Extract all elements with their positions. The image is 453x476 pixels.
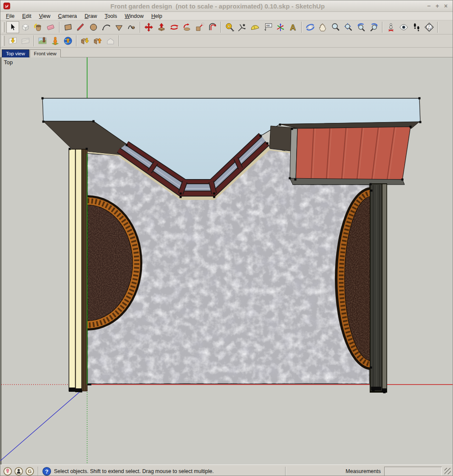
get-models-button[interactable]: [79, 35, 91, 47]
photo-textures-button[interactable]: [36, 35, 49, 47]
previous-button[interactable]: [355, 21, 368, 33]
sketchup-window: Front garden design (not to scale - appr…: [0, 0, 453, 476]
select-icon: [8, 22, 18, 32]
tape-measure-button[interactable]: [223, 21, 236, 33]
circle-icon: [88, 22, 99, 32]
main-toolbar: ABC A: [0, 20, 453, 34]
make-component-button[interactable]: [19, 21, 32, 33]
look-around-button[interactable]: [397, 21, 410, 33]
section-plane-icon: C R-S: [424, 22, 434, 32]
rotate-button[interactable]: [168, 21, 181, 33]
arc-icon: [101, 22, 111, 32]
follow-me-button[interactable]: [181, 21, 193, 33]
window-title: Front garden design (not to scale - appr…: [11, 3, 425, 10]
title-bar[interactable]: Front garden design (not to scale - appr…: [0, 0, 453, 12]
toolbar-separator: [76, 35, 77, 46]
move-button[interactable]: [142, 21, 155, 33]
maximize-button[interactable]: +: [433, 0, 442, 12]
google-earth-icon: [63, 36, 73, 46]
toolbar-separator: [301, 22, 302, 33]
window-resize-grip[interactable]: [445, 468, 451, 474]
next-button[interactable]: [368, 21, 380, 33]
svg-text:A: A: [290, 23, 296, 32]
dimension-icon: [237, 22, 247, 32]
status-separator: [38, 467, 39, 476]
eraser-button[interactable]: [45, 21, 57, 33]
section-plane-button[interactable]: C R-S: [423, 21, 436, 33]
menu-file[interactable]: File: [2, 13, 18, 20]
menu-help[interactable]: Help: [147, 13, 166, 20]
orbit-button[interactable]: [304, 21, 317, 33]
previous-icon: [356, 22, 366, 32]
toolbar-grip[interactable]: [2, 22, 5, 32]
tab-top-view[interactable]: Top view: [2, 49, 29, 57]
fence-right[interactable]: [370, 183, 387, 393]
model-scene[interactable]: [0, 57, 453, 465]
pan-button[interactable]: [317, 21, 329, 33]
axis-origin-marker: [87, 384, 91, 385]
menu-view[interactable]: View: [35, 13, 54, 20]
model-viewport[interactable]: Top: [0, 57, 453, 465]
polygon-button[interactable]: [113, 21, 125, 33]
text-icon: ABC: [263, 22, 273, 32]
menu-window[interactable]: Window: [121, 13, 147, 20]
push-pull-button[interactable]: [155, 21, 168, 33]
google-toolbar: [0, 34, 453, 48]
tab-front-view[interactable]: Front view: [30, 49, 61, 57]
menu-camera[interactable]: Camera: [54, 13, 81, 20]
scale-button[interactable]: [193, 21, 206, 33]
paint-bucket-button[interactable]: [32, 21, 45, 33]
close-button[interactable]: ×: [442, 0, 450, 12]
3d-text-button[interactable]: A: [287, 21, 300, 33]
toggle-terrain-button[interactable]: [19, 35, 32, 47]
help-icon[interactable]: ?: [42, 466, 52, 476]
rectangle-icon: [63, 22, 73, 32]
freehand-icon: [127, 22, 137, 32]
circle-button[interactable]: [87, 21, 100, 33]
measurements-input[interactable]: [384, 467, 442, 476]
svg-text:R-S: R-S: [428, 28, 431, 30]
walk-button[interactable]: [410, 21, 423, 33]
get-current-view-button[interactable]: [6, 35, 19, 47]
text-button[interactable]: ABC: [261, 21, 274, 33]
status-bulb-icon[interactable]: [3, 466, 13, 476]
look-around-icon: [399, 22, 409, 32]
position-camera-button[interactable]: [385, 21, 397, 33]
orbit-icon: [305, 22, 315, 32]
share-model-button[interactable]: [91, 35, 104, 47]
menu-draw[interactable]: Draw: [81, 13, 101, 20]
arc-button[interactable]: [100, 21, 113, 33]
share-model-icon: [93, 36, 103, 46]
sketchup-logo-icon: [3, 2, 11, 10]
menu-tools[interactable]: Tools: [101, 13, 121, 20]
street-view-button[interactable]: [49, 35, 62, 47]
toolbar-separator: [140, 22, 141, 33]
rectangle-button[interactable]: [62, 21, 74, 33]
axes-button[interactable]: [274, 21, 287, 33]
walk-icon: [411, 22, 422, 32]
shed-roof[interactable]: [290, 127, 411, 185]
status-google-icon[interactable]: G: [25, 466, 35, 476]
share-component-button[interactable]: [104, 35, 117, 47]
get-current-view-icon: [8, 36, 18, 46]
zoom-button[interactable]: [329, 21, 342, 33]
select-button[interactable]: [6, 21, 19, 33]
toolbar-grip[interactable]: [2, 36, 5, 46]
fence-left[interactable]: [69, 149, 88, 392]
eraser-icon: [46, 22, 56, 32]
viewport-left-edge: [0, 57, 2, 465]
status-person-icon[interactable]: [14, 466, 24, 476]
make-component-icon: [20, 22, 31, 32]
place-model-in-google-earth-button[interactable]: [62, 35, 74, 47]
line-button[interactable]: [74, 21, 87, 33]
freehand-button[interactable]: [125, 21, 138, 33]
dimension-button[interactable]: [236, 21, 249, 33]
offset-button[interactable]: [206, 21, 219, 33]
menu-edit[interactable]: Edit: [18, 13, 35, 20]
zoom-extents-button[interactable]: [342, 21, 355, 33]
view-name-label: Top: [4, 59, 13, 66]
line-pencil-icon: [76, 22, 86, 32]
minimize-button[interactable]: −: [425, 0, 433, 12]
protractor-button[interactable]: [249, 21, 261, 33]
svg-text:C: C: [428, 25, 430, 27]
